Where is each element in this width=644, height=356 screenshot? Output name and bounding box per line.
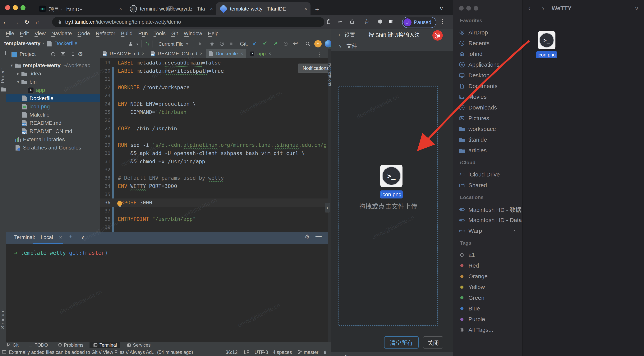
finder-item-purple[interactable]: Purple <box>453 314 522 325</box>
intention-bulb-icon[interactable] <box>117 201 122 206</box>
editor-tab-readme-cn-md[interactable]: MDREADME_CN.md× <box>148 49 206 58</box>
terminal-tab-close-icon[interactable]: × <box>59 234 62 240</box>
stripe-structure-label[interactable]: Structure <box>0 298 5 329</box>
menu-view[interactable]: View <box>34 31 46 36</box>
tree-item-external-libraries[interactable]: External Libraries <box>6 135 100 144</box>
tab-close-icon[interactable]: × <box>268 51 271 56</box>
menu-code[interactable]: Code <box>78 31 90 36</box>
files-row[interactable]: ∨ 文件 <box>331 41 453 51</box>
tool-window-button-todo[interactable]: TODO <box>25 342 51 348</box>
finder-item-blue[interactable]: Blue <box>453 303 522 314</box>
tree-item-scratches-and-consoles[interactable]: iScratches and Consoles <box>6 144 100 152</box>
code-line-26[interactable]: 26 <box>100 116 328 124</box>
share-icon[interactable] <box>349 19 360 24</box>
terminal-prompt[interactable]: → template-wetty git:(master) <box>14 250 108 256</box>
user-icon[interactable] <box>126 40 135 48</box>
right-panel-section-1[interactable]: ›端口 <box>331 352 453 356</box>
finder-item-desktop[interactable]: Desktop <box>453 70 522 81</box>
address-bar[interactable]: try.titanide.cn/ide/web/coding/template-… <box>52 17 324 27</box>
clipboard-icon[interactable] <box>326 19 337 24</box>
profile-chip[interactable]: J Paused <box>402 17 436 28</box>
code-line-23[interactable]: 23 <box>100 91 328 100</box>
browser-menu-icon[interactable]: ⋮ <box>439 18 446 25</box>
tab-close-icon[interactable]: × <box>200 51 202 56</box>
code-line-25[interactable]: 25 COMMAND='/bin/bash' <box>100 108 328 116</box>
tree-item-app[interactable]: >app <box>6 86 100 94</box>
finder-item-documents[interactable]: Documents <box>453 81 522 91</box>
finder-item-icloud-drive[interactable]: iCloud Drive <box>453 169 522 180</box>
code-line-27[interactable]: 27COPY ./bin /usr/bin <box>100 124 328 133</box>
tab-search-button[interactable]: ∨ <box>439 5 444 12</box>
git-push-icon[interactable]: ↗ <box>273 40 278 46</box>
bookmark-star-icon[interactable]: ☆ <box>361 18 372 25</box>
tab-close-icon[interactable]: × <box>303 6 308 12</box>
menu-tools[interactable]: Tools <box>154 31 166 36</box>
tab-close-icon[interactable]: × <box>118 6 124 12</box>
panel-expander-button[interactable]: › <box>325 203 330 212</box>
close-button[interactable]: 关闭 <box>423 336 443 349</box>
menu-build[interactable]: Build <box>121 31 132 36</box>
update-available-icon[interactable]: ↑ <box>314 40 322 47</box>
menu-window[interactable]: Window <box>184 31 202 36</box>
lock-icon[interactable] <box>322 350 328 355</box>
new-tab-button[interactable]: + <box>315 5 319 13</box>
menu-file[interactable]: File <box>6 31 14 36</box>
code-line-39[interactable]: 39 <box>100 223 328 231</box>
finder-item-macintosh-hd-[interactable]: Macintosh HD - 数据 <box>453 204 522 215</box>
reload-button[interactable]: ↻ <box>22 18 32 26</box>
code-line-20[interactable]: 20LABEL metadata.rewritesubpath=true <box>100 67 328 75</box>
back-button[interactable]: ← <box>0 18 11 26</box>
finder-item-shared[interactable]: Shared <box>453 180 522 191</box>
tree-item-template-wetty[interactable]: ▾template-wetty~/workspac <box>6 61 100 69</box>
locate-file-icon[interactable] <box>50 51 56 57</box>
finder-item-pictures[interactable]: Pictures <box>453 113 522 124</box>
menu-help[interactable]: Help <box>208 31 218 36</box>
files-label[interactable]: 文件 <box>346 42 357 50</box>
tree-chevron-icon[interactable]: ▸ <box>15 71 21 76</box>
finder-item-red[interactable]: Red <box>453 260 522 271</box>
finder-item-yellow[interactable]: Yellow <box>453 282 522 292</box>
code-line-19[interactable]: 19LABEL metadata.usesubdomain=false <box>100 59 328 67</box>
undo-icon[interactable]: ↩ <box>293 40 298 47</box>
code-line-32[interactable]: 32 <box>100 166 328 174</box>
code-line-24[interactable]: 24ENV NODE_ENV=production \ <box>100 100 328 108</box>
finder-file-icon-png[interactable]: >_ <box>538 31 556 49</box>
side-panel-icon[interactable] <box>388 19 400 24</box>
menu-git[interactable]: Git <box>171 31 178 36</box>
window-zoom-button[interactable] <box>20 5 26 10</box>
editor-tab-app[interactable]: >app× <box>246 49 274 58</box>
finder-forward-icon[interactable]: › <box>536 4 550 12</box>
uploaded-file-label[interactable]: icon.png <box>380 190 403 198</box>
rollback-icon[interactable] <box>143 40 152 48</box>
finder-item-articles[interactable]: articles <box>453 145 522 156</box>
code-line-28[interactable]: 28 <box>100 133 328 141</box>
settings-label[interactable]: 设置 <box>344 31 355 38</box>
finder-item-macintosh-hd-data[interactable]: Macintosh HD - Data <box>453 215 522 225</box>
extensions-icon[interactable] <box>377 19 388 24</box>
eject-icon[interactable] <box>512 228 518 234</box>
terminal-minimize-icon[interactable]: — <box>316 233 322 240</box>
tool-window-button-services[interactable]: Services <box>123 342 154 348</box>
finder-item-orange[interactable]: Orange <box>453 271 522 282</box>
tree-chevron-icon[interactable]: ▾ <box>9 63 14 68</box>
editor-tab-dockerfile[interactable]: Dockerfile× <box>206 49 246 58</box>
code-line-33[interactable]: 33# Default ENV params used by wetty <box>100 174 328 182</box>
menu-edit[interactable]: Edit <box>20 31 29 36</box>
breadcrumb-project[interactable]: template-wetty <box>4 41 40 46</box>
browser-tab-3[interactable]: template-wetty - TitanIDE× <box>216 2 310 15</box>
window-minimize-button[interactable] <box>13 5 18 10</box>
debug-icon[interactable] <box>208 40 216 48</box>
status-message[interactable]: Externally added files can be added to G… <box>9 350 193 355</box>
code-line-38[interactable]: 38ENTRYPOINT "/usr/bin/app" <box>100 215 328 223</box>
finder-item-applications[interactable]: Applications <box>453 59 522 70</box>
finder-zoom-button[interactable] <box>474 6 478 10</box>
menu-navigate[interactable]: Navigate <box>51 31 72 36</box>
tree-item-makefile[interactable]: Makefile <box>6 111 100 119</box>
tool-window-button-terminal[interactable]: Terminal <box>90 342 120 348</box>
file-encoding[interactable]: UTF-8 <box>254 350 268 355</box>
menu-refactor[interactable]: Refactor <box>96 31 115 36</box>
tree-item-readme-md[interactable]: MDREADME.md <box>6 119 100 127</box>
collapse-all-icon[interactable] <box>70 51 76 57</box>
tree-item-icon-png[interactable]: icon.png <box>6 102 100 111</box>
breadcrumb[interactable]: template-wetty › Dockerfile <box>4 41 78 46</box>
